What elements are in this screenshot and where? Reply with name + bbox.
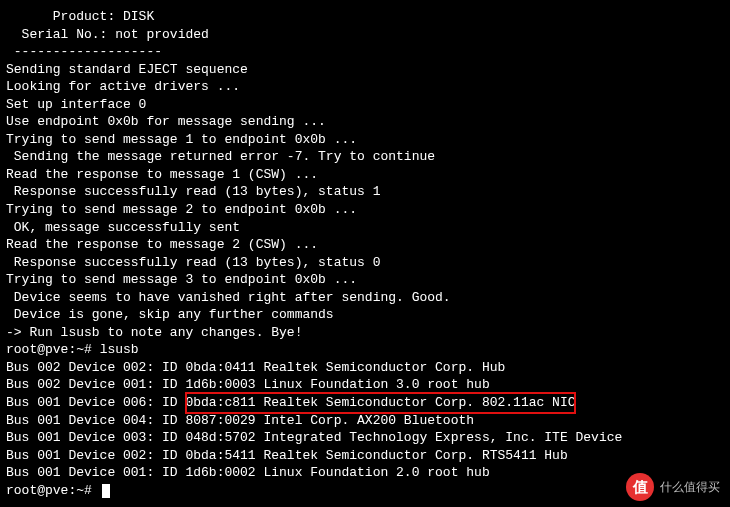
lsusb-row: Bus 001 Device 004: ID 8087:0029 Intel C… (6, 412, 724, 430)
lsusb-row: Bus 001 Device 003: ID 048d:5702 Integra… (6, 429, 724, 447)
log-line: Device is gone, skip any further command… (6, 306, 724, 324)
log-line: Set up interface 0 (6, 96, 724, 114)
log-line: Trying to send message 3 to endpoint 0x0… (6, 271, 724, 289)
shell-prompt-1: root@pve:~# lsusb (6, 341, 724, 359)
shell-prompt-2[interactable]: root@pve:~# (6, 482, 724, 500)
lsusb-row: Bus 001 Device 002: ID 0bda:5411 Realtek… (6, 447, 724, 465)
prompt-prefix: root@pve:~# (6, 342, 100, 357)
log-line: Looking for active drivers ... (6, 78, 724, 96)
terminal-output[interactable]: Product: DISK Serial No.: not provided -… (6, 8, 724, 499)
log-line: OK, message successfully sent (6, 219, 724, 237)
log-line: -> Run lsusb to note any changes. Bye! (6, 324, 724, 342)
prompt-prefix: root@pve:~# (6, 483, 100, 498)
cursor-icon (102, 484, 110, 498)
log-line: Read the response to message 2 (CSW) ... (6, 236, 724, 254)
log-line: Response successfully read (13 bytes), s… (6, 254, 724, 272)
lsusb-prefix: Bus 001 Device 006: ID (6, 395, 185, 410)
log-line: Device seems to have vanished right afte… (6, 289, 724, 307)
watermark-text: 什么值得买 (660, 479, 720, 495)
serial-line: Serial No.: not provided (6, 26, 724, 44)
command-text: lsusb (100, 342, 139, 357)
lsusb-row: Bus 002 Device 002: ID 0bda:0411 Realtek… (6, 359, 724, 377)
log-line: Trying to send message 2 to endpoint 0x0… (6, 201, 724, 219)
product-line: Product: DISK (6, 8, 724, 26)
watermark-badge-icon: 值 (626, 473, 654, 501)
lsusb-row: Bus 002 Device 001: ID 1d6b:0003 Linux F… (6, 376, 724, 394)
watermark: 值 什么值得买 (626, 473, 720, 501)
log-line: Read the response to message 1 (CSW) ... (6, 166, 724, 184)
lsusb-row-highlighted: Bus 001 Device 006: ID 0bda:c811 Realtek… (6, 394, 724, 412)
log-line: Trying to send message 1 to endpoint 0x0… (6, 131, 724, 149)
lsusb-highlight-text: 0bda:c811 Realtek Semiconductor Corp. 80… (185, 395, 575, 410)
log-line: Sending the message returned error -7. T… (6, 148, 724, 166)
divider-line: ------------------- (6, 43, 724, 61)
log-line: Response successfully read (13 bytes), s… (6, 183, 724, 201)
log-line: Use endpoint 0x0b for message sending ..… (6, 113, 724, 131)
lsusb-row: Bus 001 Device 001: ID 1d6b:0002 Linux F… (6, 464, 724, 482)
log-line: Sending standard EJECT sequence (6, 61, 724, 79)
